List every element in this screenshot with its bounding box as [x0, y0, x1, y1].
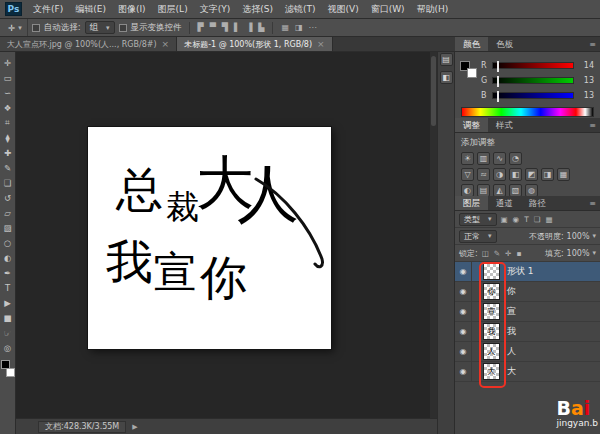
- auto-select-checkbox[interactable]: [32, 24, 40, 32]
- adj-brightness-icon[interactable]: ☀: [461, 152, 474, 165]
- clone-stamp-tool[interactable]: ❏: [0, 175, 15, 190]
- scrollbar-thumb[interactable]: [431, 56, 436, 126]
- adj-levels-icon[interactable]: ▥: [477, 152, 490, 165]
- more-options-icon[interactable]: ⋯: [308, 23, 318, 32]
- history-brush-tool[interactable]: ↺: [0, 190, 15, 205]
- adj-vibrance-icon[interactable]: ▽: [461, 168, 474, 181]
- align-left-edges-icon[interactable]: ▛: [197, 23, 205, 32]
- layer-name[interactable]: 人: [507, 345, 516, 358]
- layer-thumbnail[interactable]: 人: [483, 343, 500, 360]
- auto-select-dropdown[interactable]: 组 ▾: [85, 21, 115, 34]
- tab-styles[interactable]: 样式: [488, 118, 521, 132]
- visibility-eye-icon[interactable]: ◉: [455, 342, 472, 361]
- distribute-icon[interactable]: ▦: [280, 23, 290, 32]
- background-color-swatch[interactable]: [467, 68, 477, 78]
- align-right-edges-icon[interactable]: ▜: [221, 23, 229, 32]
- menu-type[interactable]: 文字(Y): [194, 0, 237, 18]
- menu-edit[interactable]: 编辑(E): [69, 0, 112, 18]
- tool-preset-picker[interactable]: ✛ ▾: [3, 19, 28, 36]
- lasso-tool[interactable]: ∽: [0, 85, 15, 100]
- layer-thumbnail[interactable]: 你: [483, 283, 500, 300]
- filter-pixel-layers-icon[interactable]: ▣: [500, 215, 509, 224]
- tab-swatches[interactable]: 色板: [488, 37, 521, 51]
- menu-view[interactable]: 视图(V): [321, 0, 364, 18]
- tab-paths[interactable]: 路径: [521, 196, 554, 210]
- panel-menu-icon[interactable]: ≡: [589, 37, 596, 52]
- panel-menu-icon[interactable]: ≡: [589, 196, 596, 211]
- menu-image[interactable]: 图像(I): [112, 0, 152, 18]
- panel-menu-icon[interactable]: ≡: [589, 118, 596, 133]
- shape-tool[interactable]: ■: [0, 310, 15, 325]
- history-panel-icon[interactable]: ▤: [440, 53, 453, 66]
- menu-filter[interactable]: 滤镜(T): [279, 0, 322, 18]
- visibility-eye-icon[interactable]: ◉: [455, 302, 472, 321]
- tab-adjustments[interactable]: 调整: [455, 118, 488, 132]
- document-artboard[interactable]: 总 裁 大 人 我 宣 你: [88, 127, 331, 349]
- move-tool[interactable]: ✛: [0, 55, 15, 70]
- layer-thumbnail[interactable]: 大: [483, 363, 500, 380]
- close-icon[interactable]: ×: [162, 39, 170, 49]
- align-vertical-centers-icon[interactable]: ▌: [233, 23, 241, 32]
- blue-channel-slider[interactable]: [492, 92, 574, 99]
- layer-row-shape-1[interactable]: ◉ 形状 1: [455, 262, 600, 282]
- blend-mode-dropdown[interactable]: 正常 ▾: [459, 230, 497, 243]
- gradient-tool[interactable]: ▨: [0, 220, 15, 235]
- layer-name[interactable]: 你: [507, 285, 516, 298]
- show-transform-checkbox[interactable]: [119, 24, 127, 32]
- marquee-tool[interactable]: ▭: [0, 70, 15, 85]
- green-channel-slider[interactable]: [492, 77, 574, 84]
- crop-tool[interactable]: ⌗: [0, 115, 15, 130]
- menu-select[interactable]: 选择(S): [236, 0, 279, 18]
- status-expand-icon[interactable]: ▶: [132, 423, 137, 431]
- canvas-area[interactable]: 总 裁 大 人 我 宣 你: [16, 52, 437, 418]
- type-tool[interactable]: T: [0, 280, 15, 295]
- vertical-scrollbar[interactable]: [430, 52, 437, 418]
- blur-tool[interactable]: ○: [0, 235, 15, 250]
- filter-shape-layers-icon[interactable]: ❏: [533, 215, 542, 224]
- menu-window[interactable]: 窗口(W): [365, 0, 411, 18]
- zoom-tool[interactable]: ◎: [0, 340, 15, 355]
- opacity-value[interactable]: 100%: [567, 232, 590, 241]
- fill-value[interactable]: 100%: [567, 249, 590, 258]
- red-channel-slider[interactable]: [492, 62, 574, 69]
- eyedropper-tool[interactable]: ⧫: [0, 130, 15, 145]
- pen-tool[interactable]: ✒: [0, 265, 15, 280]
- align-top-edges-icon[interactable]: ▀: [209, 23, 217, 32]
- adj-color-lookup-icon[interactable]: ▦: [557, 168, 570, 181]
- tab-channels[interactable]: 通道: [488, 196, 521, 210]
- close-icon[interactable]: ×: [317, 39, 325, 49]
- lock-image-pixels-icon[interactable]: ✎: [493, 249, 501, 258]
- 3d-mode-icon[interactable]: ◨: [294, 23, 304, 32]
- filter-kind-dropdown[interactable]: 类型 ▾: [459, 213, 497, 226]
- layer-thumbnail[interactable]: 我: [483, 323, 500, 340]
- tab-layers[interactable]: 图层: [455, 196, 488, 210]
- layer-row-wo[interactable]: ◉ 我 我: [455, 322, 600, 342]
- adj-hue-saturation-icon[interactable]: ≈: [477, 168, 490, 181]
- adj-exposure-icon[interactable]: ◔: [509, 152, 522, 165]
- adj-channel-mixer-icon[interactable]: ◨: [541, 168, 554, 181]
- slider-knob[interactable]: [497, 61, 499, 72]
- slider-knob[interactable]: [497, 76, 499, 87]
- filter-adjustment-layers-icon[interactable]: ◉: [512, 215, 521, 224]
- filter-type-layers-icon[interactable]: T: [523, 215, 530, 224]
- layer-name[interactable]: 形状 1: [507, 265, 534, 278]
- eraser-tool[interactable]: ▱: [0, 205, 15, 220]
- healing-brush-tool[interactable]: ✚: [0, 145, 15, 160]
- dodge-tool[interactable]: ◐: [0, 250, 15, 265]
- properties-panel-icon[interactable]: ◧: [440, 71, 453, 84]
- slider-knob[interactable]: [497, 91, 499, 102]
- visibility-eye-icon[interactable]: ◉: [455, 262, 472, 281]
- layer-thumbnail[interactable]: 宣: [483, 303, 500, 320]
- layer-name[interactable]: 我: [507, 325, 516, 338]
- adj-curves-icon[interactable]: ∿: [493, 152, 506, 165]
- quick-selection-tool[interactable]: ❖: [0, 100, 15, 115]
- align-bottom-edges-icon[interactable]: ▙: [257, 23, 265, 32]
- adj-black-white-icon[interactable]: ◧: [509, 168, 522, 181]
- tab-document-1[interactable]: 大人宣点环.jpg @ 100%(人..., RGB/8#) ×: [0, 37, 177, 51]
- adj-color-balance-icon[interactable]: ◑: [493, 168, 506, 181]
- layer-name[interactable]: 大: [507, 365, 516, 378]
- menu-help[interactable]: 帮助(H): [411, 0, 455, 18]
- adj-photo-filter-icon[interactable]: ◩: [525, 168, 538, 181]
- hand-tool[interactable]: ☞: [0, 325, 15, 340]
- path-selection-tool[interactable]: ▶: [0, 295, 15, 310]
